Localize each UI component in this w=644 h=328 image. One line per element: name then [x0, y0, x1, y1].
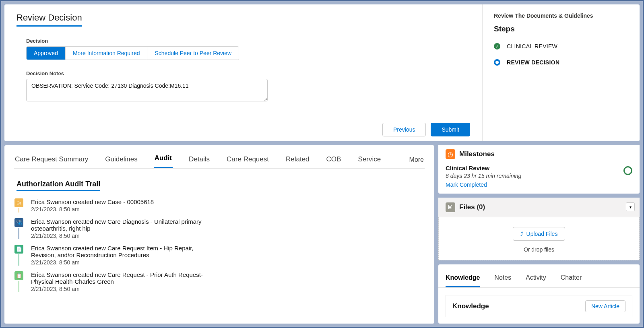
timeline-item: 🩺 Erica Swanson created new Care Diagnos… — [14, 218, 425, 239]
timeline-text: Erica Swanson created new Case - 0000561… — [31, 198, 216, 205]
decision-notes-label: Decision Notes — [26, 70, 470, 76]
kb-tab-activity[interactable]: Activity — [526, 272, 546, 287]
review-panel: Review Decision Decision Approved More I… — [4, 4, 640, 141]
drop-files-text: Or drop files — [443, 246, 635, 253]
decision-option-peer-review[interactable]: Schedule Peer to Peer Review — [147, 47, 239, 60]
timeline-item: 📋 Erica Swanson created new Care Request… — [14, 271, 425, 292]
step-review-decision: REVIEW DECISION — [494, 59, 628, 66]
check-icon: ✓ — [494, 43, 500, 50]
previous-button[interactable]: Previous — [382, 123, 426, 136]
timeline-time: 2/21/2023, 8:50 am — [31, 286, 216, 292]
timeline-item: 🗂 Erica Swanson created new Case - 00005… — [14, 198, 425, 212]
files-card: 🗎 Files (0) ▾ ⤴ Upload Files Or drop fil… — [438, 198, 640, 260]
right-column: ◷ Milestones Clinical Review 6 days 23 h… — [438, 145, 640, 324]
tab-details[interactable]: Details — [188, 153, 211, 168]
timeline-connector — [19, 254, 19, 266]
timeline-time: 2/21/2023, 8:50 am — [31, 206, 216, 212]
kb-tab-chatter[interactable]: Chatter — [561, 272, 582, 287]
tab-cob[interactable]: COB — [326, 153, 342, 168]
kb-tab-notes[interactable]: Notes — [494, 272, 511, 287]
timeline-time: 2/21/2023, 8:50 am — [31, 233, 216, 239]
files-icon: 🗎 — [446, 202, 455, 212]
tab-care-request-summary[interactable]: Care Request Summary — [14, 153, 89, 168]
detail-tabs: Care Request Summary Guidelines Audit De… — [14, 152, 425, 169]
current-step-icon — [494, 59, 500, 66]
upload-files-label: Upload Files — [526, 231, 558, 237]
upload-files-button[interactable]: ⤴ Upload Files — [513, 227, 566, 241]
files-dropdown-button[interactable]: ▾ — [626, 202, 635, 211]
step-label: CLINICAL REVIEW — [507, 43, 557, 50]
audit-timeline: 🗂 Erica Swanson created new Case - 00005… — [14, 198, 425, 292]
kb-tab-knowledge[interactable]: Knowledge — [446, 272, 480, 287]
review-form-column: Review Decision Decision Approved More I… — [4, 4, 483, 141]
steps-heading: Steps — [494, 25, 628, 33]
timeline-time: 2/21/2023, 8:50 am — [31, 259, 216, 266]
detail-panel: Care Request Summary Guidelines Audit De… — [4, 145, 434, 324]
page-title: Review Decision — [17, 12, 82, 27]
progress-circle-icon — [623, 166, 632, 175]
timeline-text: Erica Swanson created new Care Request -… — [31, 271, 216, 285]
diagnosis-icon: 🩺 — [14, 218, 23, 227]
steps-panel-title: Review The Documents & Guidelines — [494, 12, 628, 19]
tab-more[interactable]: More — [409, 154, 425, 168]
request-item-icon: 📄 — [14, 245, 23, 254]
milestones-card: ◷ Milestones Clinical Review 6 days 23 h… — [438, 145, 640, 194]
decision-option-approved[interactable]: Approved — [27, 47, 66, 60]
upload-icon: ⤴ — [520, 231, 523, 237]
step-clinical-review: ✓ CLINICAL REVIEW — [494, 43, 628, 50]
decision-label: Decision — [26, 38, 470, 44]
tab-care-request[interactable]: Care Request — [226, 153, 270, 168]
timeline-connector — [19, 281, 19, 292]
new-article-button[interactable]: New Article — [585, 300, 625, 312]
steps-panel: Review The Documents & Guidelines Steps … — [483, 4, 640, 141]
milestone-remaining: 6 days 23 hr 15 min remaining — [446, 173, 521, 179]
timeline-text: Erica Swanson created new Care Diagnosis… — [31, 218, 216, 232]
case-icon: 🗂 — [14, 198, 23, 207]
audit-section-title: Authorization Audit Trail — [17, 180, 100, 191]
decision-button-group: Approved More Information Required Sched… — [26, 46, 239, 60]
knowledge-sub-title: Knowledge — [452, 302, 489, 310]
timeline-connector — [19, 228, 19, 239]
milestone-name: Clinical Review — [446, 165, 521, 171]
knowledge-card: Knowledge Notes Activity Chatter Knowled… — [438, 264, 640, 324]
timeline-connector — [19, 208, 19, 212]
mark-completed-link[interactable]: Mark Completed — [446, 182, 521, 188]
tab-audit[interactable]: Audit — [154, 152, 173, 168]
milestones-title: Milestones — [459, 150, 495, 158]
tab-related[interactable]: Related — [285, 153, 310, 168]
tab-service[interactable]: Service — [357, 153, 382, 168]
decision-notes-textarea[interactable] — [26, 79, 268, 101]
files-title: Files (0) — [459, 203, 485, 211]
tab-guidelines[interactable]: Guidelines — [104, 153, 138, 168]
timeline-text: Erica Swanson created new Care Request I… — [31, 245, 216, 258]
care-request-icon: 📋 — [14, 271, 23, 280]
submit-button[interactable]: Submit — [431, 123, 470, 136]
milestone-icon: ◷ — [446, 149, 455, 159]
knowledge-tabs: Knowledge Notes Activity Chatter — [438, 272, 640, 288]
decision-option-more-info[interactable]: More Information Required — [66, 47, 148, 60]
timeline-item: 📄 Erica Swanson created new Care Request… — [14, 245, 425, 266]
step-label: REVIEW DECISION — [507, 59, 559, 66]
